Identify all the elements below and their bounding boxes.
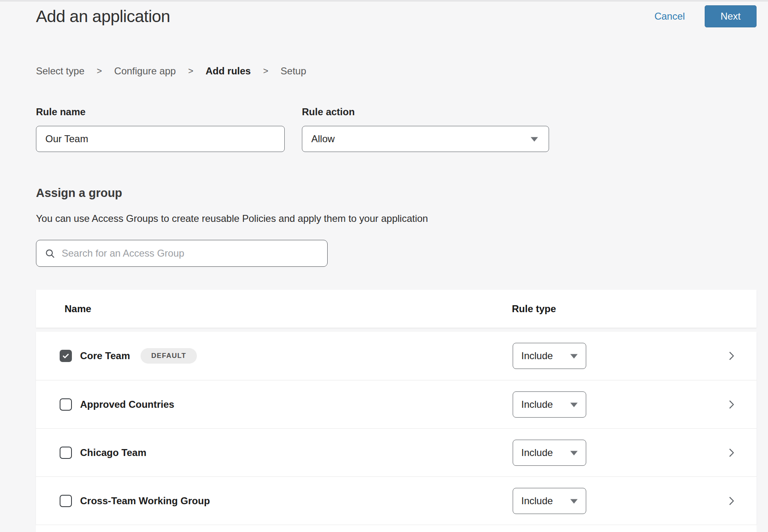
cancel-button[interactable]: Cancel xyxy=(654,11,685,22)
group-name: Cross-Team Working Group xyxy=(80,495,210,507)
assign-group-description: You can use Access Groups to create reus… xyxy=(36,213,757,224)
group-table-header: Name Rule type xyxy=(36,290,757,328)
row-checkbox[interactable] xyxy=(60,447,72,459)
column-header-rule-type: Rule type xyxy=(512,303,556,315)
group-name: Approved Countries xyxy=(80,399,174,410)
page-title: Add an application xyxy=(36,5,170,28)
table-row: Chicago Team Include xyxy=(36,428,757,476)
rule-type-value: Include xyxy=(521,447,553,458)
table-row: Core Team DEFAULT Include xyxy=(36,332,757,380)
assign-group-heading: Assign a group xyxy=(36,186,757,200)
rule-form: Rule name Rule action Allow xyxy=(36,106,757,152)
rule-type-value: Include xyxy=(521,399,553,410)
table-row: Approved Countries Include xyxy=(36,380,757,428)
breadcrumb-step[interactable]: Select type xyxy=(36,65,85,77)
check-icon xyxy=(62,352,70,360)
chevron-down-icon xyxy=(570,499,578,503)
chevron-down-icon xyxy=(570,354,578,359)
rule-name-field-group: Rule name xyxy=(36,106,285,152)
rule-type-select[interactable]: Include xyxy=(513,440,586,466)
next-button[interactable]: Next xyxy=(705,5,757,27)
breadcrumb-step[interactable]: Setup xyxy=(281,65,306,77)
rule-name-input[interactable] xyxy=(36,126,285,152)
breadcrumb-separator: > xyxy=(188,66,193,76)
table-row-partial xyxy=(36,525,757,532)
breadcrumb-step[interactable]: Add rules xyxy=(205,65,251,77)
table-row: Cross-Team Working Group Include xyxy=(36,476,757,525)
page-header: Add an application Cancel Next xyxy=(36,5,757,28)
access-group-search xyxy=(36,240,328,267)
breadcrumb-separator: > xyxy=(97,66,102,76)
rule-name-label: Rule name xyxy=(36,106,285,118)
search-icon xyxy=(45,248,56,259)
default-badge: DEFAULT xyxy=(141,348,197,364)
rule-action-field-group: Rule action Allow xyxy=(302,106,549,152)
chevron-down-icon xyxy=(531,137,538,142)
rule-action-label: Rule action xyxy=(302,106,549,118)
breadcrumb-step[interactable]: Configure app xyxy=(114,65,176,77)
breadcrumb-separator: > xyxy=(263,66,268,76)
rule-type-value: Include xyxy=(521,350,553,362)
group-name: Core Team xyxy=(80,350,130,362)
group-name: Chicago Team xyxy=(80,447,146,458)
rule-type-select[interactable]: Include xyxy=(513,391,586,418)
row-checkbox[interactable] xyxy=(60,495,72,507)
chevron-right-icon[interactable] xyxy=(726,495,737,507)
rule-action-select[interactable]: Allow xyxy=(302,126,549,152)
row-checkbox[interactable] xyxy=(60,350,72,362)
search-input[interactable] xyxy=(62,240,319,266)
chevron-down-icon xyxy=(570,402,578,407)
rule-type-select[interactable]: Include xyxy=(513,488,586,514)
column-header-name: Name xyxy=(65,303,91,315)
rule-action-value: Allow xyxy=(311,133,335,145)
breadcrumb: Select type > Configure app > Add rules … xyxy=(36,65,757,77)
header-actions: Cancel Next xyxy=(654,6,757,27)
chevron-right-icon[interactable] xyxy=(726,350,737,362)
row-checkbox[interactable] xyxy=(60,398,72,411)
chevron-right-icon[interactable] xyxy=(726,398,737,411)
chevron-down-icon xyxy=(570,451,578,455)
chevron-right-icon[interactable] xyxy=(726,447,737,459)
rule-type-value: Include xyxy=(521,495,553,507)
add-application-page: Add an application Cancel Next Select ty… xyxy=(0,2,768,532)
group-table-body: Core Team DEFAULT Include Approved Count… xyxy=(36,332,757,525)
rule-type-select[interactable]: Include xyxy=(513,343,586,369)
